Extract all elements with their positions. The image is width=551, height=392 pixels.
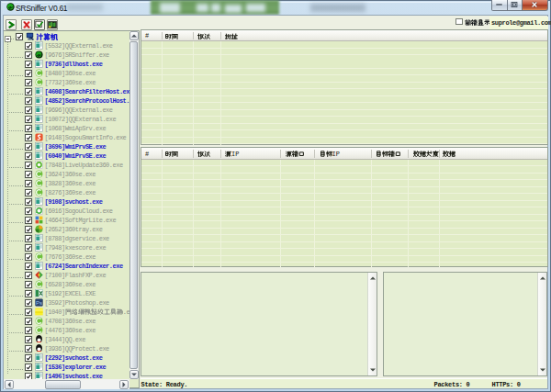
svg-text:Ps: Ps (35, 300, 41, 306)
